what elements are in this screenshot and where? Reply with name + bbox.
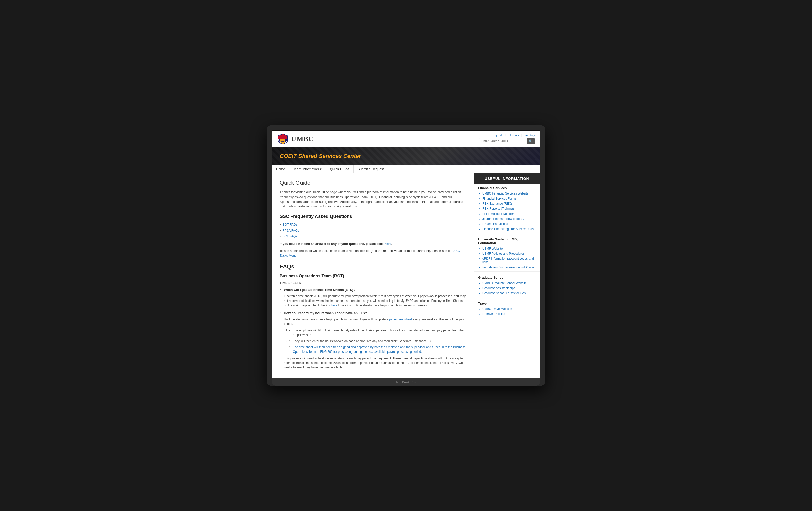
sidebar-link-foundation-disbursement[interactable]: Foundation Disbursement – Full Cycle	[482, 265, 534, 269]
arrow-icon-16: ►	[478, 312, 481, 315]
sidebar-link-chartstrings[interactable]: Finance Chartstrings for Service Units	[482, 227, 533, 231]
sidebar-link-financial-forms[interactable]: Financial Services Forms	[482, 197, 517, 200]
sidebar-section-financial: Financial Services	[474, 183, 540, 191]
sidebar-link-erdf[interactable]: eRDF Information (account codes and link…	[482, 257, 536, 264]
search-input[interactable]	[479, 139, 527, 144]
divider-3	[474, 297, 540, 297]
faq-link-srt: SRT FAQs	[280, 234, 466, 239]
laptop-base-label: MacBook Pro	[396, 381, 416, 384]
sidebar-link-rex[interactable]: REX Exchange (REX)	[482, 202, 512, 205]
faq-section-title: SSC Frequently Asked Questions	[280, 213, 466, 220]
sidebar-link-grad-forms[interactable]: Graduate School Forms for GAs	[482, 291, 526, 295]
nav-quick-guide[interactable]: Quick Guide	[326, 165, 354, 173]
sidebar-link-financial-5: ► Journal Entries – How to do a JE	[474, 216, 540, 221]
sidebar-link-financial-4: ► List of Account Numbers	[474, 211, 540, 216]
top-links: myUMBC | Events | Directory	[494, 134, 535, 137]
faq-q2-title: How do I record my hours when I don't ha…	[284, 311, 466, 316]
arrow-icon-9: ►	[478, 252, 481, 255]
content-area: Quick Guide Thanks for visiting our Quic…	[272, 173, 474, 378]
nav-submit-request[interactable]: Submit a Request	[353, 165, 388, 173]
nav-team-information[interactable]: Team Information ▾	[289, 165, 326, 173]
faq-q2-step2: They will then enter the hours worked on…	[289, 339, 466, 343]
search-bar: 🔍	[479, 138, 535, 144]
arrow-icon-14: ►	[478, 292, 481, 295]
sidebar-link-grad-website[interactable]: UMBC Graduate School Website	[482, 281, 527, 285]
arrow-icon-6: ►	[478, 222, 481, 225]
faq-q1-title: When will I get Electronic Time Sheets (…	[284, 287, 466, 292]
sidebar-link-usmf-website[interactable]: USMF Website	[482, 247, 503, 250]
srt-faqs-link[interactable]: SRT FAQs	[282, 234, 297, 239]
faq-question-list: When will I get Electronic Time Sheets (…	[280, 287, 466, 370]
arrow-icon-0: ►	[478, 192, 481, 195]
paper-time-sheet-link[interactable]: paper time sheet	[389, 317, 412, 321]
here-link[interactable]: here	[384, 242, 391, 246]
arrow-icon-1: ►	[478, 197, 481, 200]
sidebar-link-usmf-policies[interactable]: USMF Policies and Procedures	[482, 252, 525, 255]
arrow-icon-4: ►	[478, 212, 481, 215]
sidebar-section-grad: Graduate School	[474, 273, 540, 281]
divider-2	[474, 271, 540, 272]
sidebar-link-usmf-2: ► eRDF Information (account codes and li…	[474, 256, 540, 265]
sidebar-link-je[interactable]: Journal Entries – How to do a JE	[482, 217, 527, 221]
sidebar-link-financial-3: ► REX Reports (Training)	[474, 206, 540, 211]
sidebar-header: USEFUL INFORMATION	[474, 173, 540, 183]
sidebar-link-travel-1: ► E-Travel Policies	[474, 311, 540, 316]
events-link[interactable]: Events	[510, 134, 519, 137]
page-title: Quick Guide	[280, 178, 466, 187]
sidebar-link-account-numbers[interactable]: List of Account Numbers	[482, 212, 515, 216]
faq-q2-footer: This process will need to be done separa…	[284, 356, 466, 370]
sidebar-link-usmf-3: ► Foundation Disbursement – Full Cycle	[474, 265, 540, 270]
laptop-screen: UMBC UMBC myUMBC | Events | Directory 🔍	[271, 130, 541, 378]
bot-heading: Business Operations Team (BOT)	[280, 273, 466, 279]
sep2: |	[521, 134, 522, 137]
directory-link[interactable]: Directory	[524, 134, 535, 137]
faqs-heading: FAQs	[280, 262, 466, 271]
sidebar-link-usmf-0: ► USMF Website	[474, 246, 540, 251]
nav-home[interactable]: Home	[272, 165, 289, 173]
arrow-icon-3: ►	[478, 207, 481, 210]
faq-link-fpa: FP&A FAQs	[280, 228, 466, 233]
arrow-icon-8: ►	[478, 247, 481, 250]
myumbc-link[interactable]: myUMBC	[494, 134, 506, 137]
intro-text: Thanks for visiting our Quick Guide page…	[280, 190, 466, 209]
nav-bar: Home Team Information ▾ Quick Guide Subm…	[272, 165, 540, 173]
sidebar-link-grad-assistantships[interactable]: Graduate Assistantships	[482, 286, 515, 290]
arrow-icon-13: ►	[478, 287, 481, 290]
faq-q2-numbered-list: The employee will fill in their name, ho…	[289, 328, 466, 354]
header-right: myUMBC | Events | Directory 🔍	[479, 134, 535, 144]
sep1: |	[508, 134, 509, 137]
faq-links-list: BOT FAQs FP&A FAQs SRT FAQs	[280, 222, 466, 239]
arrow-icon-12: ►	[478, 282, 481, 285]
sidebar-link-etravel[interactable]: E-Travel Policies	[482, 312, 505, 316]
arrow-icon-5: ►	[478, 217, 481, 220]
sidebar-link-travel-website[interactable]: UMBC Travel Website	[482, 307, 512, 311]
tasks-menu-text: To see a detailed list of which tasks ea…	[280, 249, 466, 258]
arrow-icon-2: ►	[478, 202, 481, 205]
sidebar-link-grad-0: ► UMBC Graduate School Website	[474, 281, 540, 286]
sidebar-link-financial-0: ► UMBC Financial Services Website	[474, 191, 540, 196]
sidebar-link-grad-1: ► Graduate Assistantships	[474, 286, 540, 291]
search-button[interactable]: 🔍	[527, 139, 534, 144]
sidebar-link-financial-services-website[interactable]: UMBC Financial Services Website	[482, 192, 529, 195]
sidebar: USEFUL INFORMATION Financial Services ► …	[474, 173, 540, 378]
sidebar-section-travel: Travel	[474, 299, 540, 306]
faq-q2: How do I record my hours when I don't ha…	[280, 311, 466, 370]
sidebar-link-financial-2: ► REX Exchange (REX)	[474, 201, 540, 206]
sidebar-link-financial-6: ► RStars Instructions	[474, 221, 540, 226]
arrow-icon-10: ►	[478, 257, 481, 260]
sidebar-link-financial-7: ► Finance Chartstrings for Service Units	[474, 226, 540, 231]
ssc-tasks-link[interactable]: SSC Tasks Menu	[280, 249, 460, 257]
faq-q1-answer: Electronic time sheets (ETS) will popula…	[284, 294, 466, 308]
sidebar-link-rex-reports[interactable]: REX Reports (Training)	[482, 207, 514, 210]
sidebar-link-rstars[interactable]: RStars Instructions	[482, 222, 508, 226]
site-header: UMBC UMBC myUMBC | Events | Directory 🔍	[272, 131, 540, 147]
ets-link[interactable]: here	[331, 304, 337, 307]
arrow-icon-15: ►	[478, 307, 481, 310]
sidebar-link-travel-0: ► UMBC Travel Website	[474, 306, 540, 311]
divider-1	[474, 233, 540, 233]
faq-q2-answer-intro: Until the electronic time sheets begin p…	[284, 317, 466, 326]
sidebar-section-usmf: University System of MD, Foundation	[474, 235, 540, 246]
fpa-faqs-link[interactable]: FP&A FAQs	[282, 228, 299, 233]
hero-banner: COEIT Shared Services Center	[272, 147, 540, 165]
bot-faqs-link[interactable]: BOT FAQs	[282, 222, 297, 227]
